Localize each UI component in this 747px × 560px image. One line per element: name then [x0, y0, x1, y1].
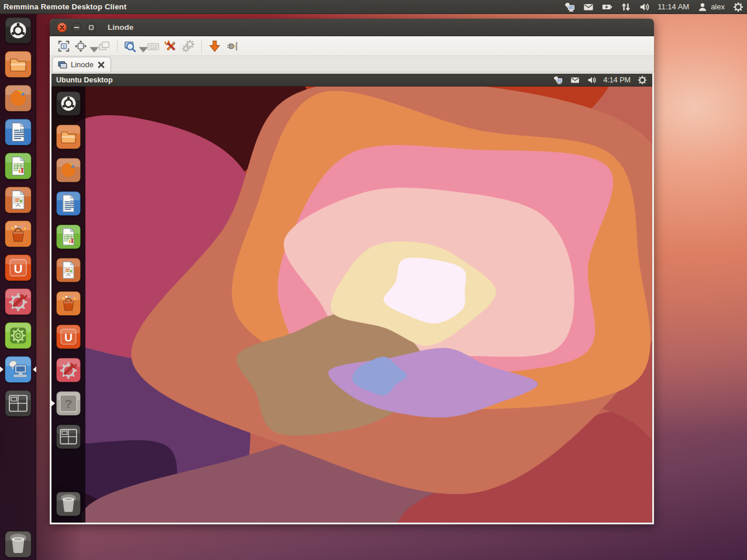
tab-close-icon[interactable] — [97, 61, 105, 69]
ubuntu-one-icon[interactable]: U — [56, 324, 81, 350]
libreoffice-calc-icon[interactable] — [4, 152, 32, 180]
duplicate-connection-button — [96, 38, 112, 54]
dash-home-icon[interactable] — [4, 16, 32, 44]
host-unity-launcher: U — [0, 14, 36, 560]
remmina-tabbar: Linode — [50, 56, 654, 72]
system-settings-icon[interactable] — [56, 357, 81, 383]
libreoffice-impress-icon[interactable] — [56, 257, 81, 283]
toolbar-separator — [117, 40, 118, 53]
window-close-button[interactable] — [57, 22, 67, 33]
libreoffice-writer-icon[interactable] — [4, 118, 32, 146]
dash-home-icon[interactable] — [56, 91, 81, 116]
host-indicator-area: 11:14 AM alex — [564, 1, 743, 12]
screen: Remmina Remote Desktop Client 11:14 AM a… — [0, 0, 747, 560]
grab-keyboard-button — [145, 38, 161, 54]
remmina-tray-icon[interactable] — [564, 1, 575, 12]
preferences-button — [180, 38, 197, 54]
workspace-switcher-icon[interactable] — [56, 424, 81, 450]
window-title: Linode — [108, 23, 133, 32]
tab-monitor-icon — [58, 60, 67, 70]
remmina-icon[interactable] — [4, 355, 32, 383]
username-label: alex — [711, 2, 725, 11]
libreoffice-calc-icon[interactable] — [56, 224, 81, 250]
firefox-icon[interactable] — [4, 84, 32, 112]
system-settings-icon[interactable] — [4, 288, 32, 316]
svg-text:U: U — [64, 331, 73, 344]
host-clock[interactable]: 11:14 AM — [658, 2, 689, 11]
active-app-title: Remmina Remote Desktop Client — [4, 2, 126, 11]
software-center-icon[interactable] — [4, 220, 32, 248]
libreoffice-writer-icon[interactable] — [56, 191, 81, 216]
remote-top-panel: Ubuntu Desktop 4:14 PM — [51, 74, 652, 87]
network-traffic-icon[interactable] — [620, 1, 631, 12]
remote-session-gear-icon[interactable] — [636, 74, 648, 85]
mail-icon[interactable] — [583, 1, 594, 12]
libreoffice-impress-icon[interactable] — [4, 186, 32, 214]
remote-indicator-area: 4:14 PM — [552, 74, 648, 85]
workspace-switcher-icon[interactable] — [4, 389, 32, 417]
scaled-mode-button[interactable] — [122, 38, 144, 54]
software-center-icon[interactable] — [56, 291, 81, 316]
volume-icon[interactable] — [639, 1, 650, 12]
minimize-connection-button[interactable] — [206, 38, 223, 54]
disconnect-button[interactable] — [224, 38, 240, 54]
fullscreen-button[interactable]: 1 — [56, 38, 72, 54]
files-icon[interactable] — [56, 124, 81, 150]
remote-desktop-viewport[interactable]: Ubuntu Desktop 4:14 PM U ? — [50, 72, 654, 524]
running-indicator-arrow — [0, 367, 4, 372]
fit-window-button[interactable] — [73, 38, 95, 54]
window-maximize-button[interactable] — [86, 22, 97, 33]
firefox-icon[interactable] — [56, 157, 81, 183]
user-menu[interactable]: alex — [697, 1, 725, 12]
toolbar-separator — [201, 40, 202, 53]
tools-button[interactable] — [163, 38, 179, 54]
remmina-titlebar[interactable]: Linode — [50, 19, 654, 36]
user-icon — [697, 1, 708, 12]
ubuntu-one-icon[interactable]: U — [4, 254, 32, 282]
window-minimize-button[interactable] — [71, 22, 82, 33]
remote-menu-label[interactable]: Ubuntu Desktop — [56, 76, 113, 84]
trash-icon[interactable] — [4, 530, 32, 558]
remmina-tray-icon[interactable] — [552, 74, 563, 85]
remote-wallpaper — [51, 87, 652, 523]
battery-icon[interactable] — [601, 1, 612, 12]
files-icon[interactable] — [4, 50, 32, 78]
remmina-toolbar: 1 — [50, 36, 654, 56]
tab-linode[interactable]: Linode — [52, 57, 111, 72]
host-top-panel: Remmina Remote Desktop Client 11:14 AM a… — [0, 0, 747, 14]
svg-text:U: U — [13, 262, 22, 275]
volume-icon[interactable] — [586, 74, 597, 85]
tab-label: Linode — [71, 60, 94, 69]
svg-text:?: ? — [65, 397, 73, 410]
trash-icon[interactable] — [56, 491, 81, 517]
remote-focused-indicator-arrow — [51, 400, 55, 406]
focused-indicator-arrow — [33, 367, 36, 372]
mail-icon[interactable] — [569, 74, 580, 85]
remote-unity-launcher: U ? — [51, 87, 85, 523]
remmina-window: Linode 1 Linode Ubuntu Desktop 4:14 PM — [50, 19, 654, 524]
session-gear-icon[interactable] — [732, 1, 743, 12]
svg-text:1: 1 — [63, 44, 65, 49]
unknown-app-icon[interactable]: ? — [56, 390, 81, 416]
remote-clock[interactable]: 4:14 PM — [603, 76, 631, 84]
software-updater-icon[interactable] — [4, 322, 32, 350]
